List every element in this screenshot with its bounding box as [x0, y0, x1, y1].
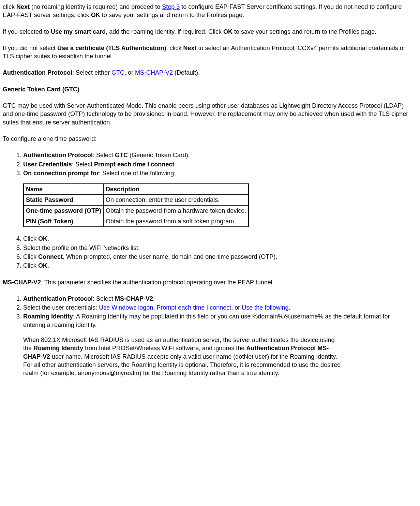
list-item: User Credentials: Select Prompt each tim… — [23, 160, 412, 168]
list-item: Click OK. — [23, 235, 412, 243]
list-item: Click OK. — [23, 262, 412, 270]
paragraph-smart-card: If you selected to Use my smart card, ad… — [3, 28, 412, 36]
paragraph-otp-intro: To configure a one-time password: — [3, 135, 412, 143]
paragraph-gtc-desc: GTC may be used with Server-Authenticate… — [3, 102, 412, 126]
bold-ms-chap-v2: MS-CHAP-V2 — [3, 279, 41, 286]
list-item: Authentication Protocol: Select MS-CHAP-… — [23, 295, 412, 303]
paragraph-roaming-identity-detail: When 802.1X Microsoft IAS RADIUS is used… — [23, 336, 344, 377]
paragraph-intro-next: click Next (no roaming identity is requi… — [3, 3, 412, 19]
bold-use-certificate: Use a certificate (TLS Authentication) — [57, 45, 166, 51]
table-header-description: Description — [104, 184, 249, 195]
link-use-windows-logon[interactable]: Use Windows logon — [99, 304, 153, 311]
list-ms-chap-config: Authentication Protocol: Select MS-CHAP-… — [3, 295, 412, 377]
table-header-name: Name — [24, 184, 104, 195]
bold-auth-protocol: Authentication Protocol — [3, 69, 72, 76]
table-row: Static Password On connection, enter the… — [24, 195, 249, 205]
list-item: On connection prompt for: Select one of … — [23, 169, 412, 227]
link-use-the-following[interactable]: Use the following — [242, 304, 288, 311]
bold-next: Next — [16, 3, 30, 10]
paragraph-auth-protocol: Authentication Protocol: Select either G… — [3, 69, 412, 77]
link-ms-chap-v2[interactable]: MS-CHAP-V2 — [135, 69, 173, 76]
list-item: Roaming Identity: A Roaming Identity may… — [23, 312, 412, 377]
heading-gtc: Generic Token Card (GTC) — [3, 85, 412, 93]
bold-use-smart-card: Use my smart card — [51, 28, 106, 35]
link-gtc[interactable]: GTC — [111, 69, 124, 76]
link-step-3[interactable]: Step 3 — [162, 3, 180, 10]
bold-ok: OK — [223, 28, 232, 35]
table-row: One-time password (OTP) Obtain the passw… — [24, 205, 249, 216]
bold-ok: OK — [91, 12, 100, 18]
paragraph-tls-auth: If you did not select Use a certificate … — [3, 44, 412, 61]
paragraph-ms-chap-v2: MS-CHAP-V2. This parameter specifies the… — [3, 278, 412, 286]
list-item: Select the user credentials: Use Windows… — [23, 303, 412, 312]
table-row: PIN (Soft Token) Obtain the password fro… — [24, 216, 249, 227]
list-item: Select the profile on the WiFi Networks … — [23, 244, 412, 252]
list-otp-config: Authentication Protocol: Select GTC (Gen… — [3, 151, 412, 270]
table-connection-prompt: Name Description Static Password On conn… — [23, 183, 249, 227]
list-item: Authentication Protocol: Select GTC (Gen… — [23, 151, 412, 159]
list-item: Click Connect. When prompted, enter the … — [23, 253, 412, 261]
link-prompt-each-time[interactable]: Prompt each time I connect — [156, 304, 231, 311]
bold-next: Next — [183, 45, 197, 51]
